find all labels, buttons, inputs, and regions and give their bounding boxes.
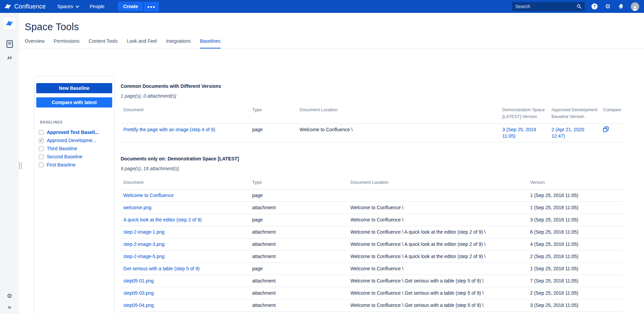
search-input[interactable] — [515, 4, 577, 9]
nav-item-spaces[interactable]: Spaces — [57, 4, 78, 9]
top-nav-bar: Confluence Spaces People Create ●●● ? ⚙ — [0, 0, 644, 13]
section-summary: 9 page(s), 16 attachment(s) — [121, 166, 644, 171]
baseline-checkbox[interactable] — [39, 162, 44, 168]
baseline-label[interactable]: Second Baseline — [47, 154, 82, 159]
compare-copy-icon[interactable] — [603, 126, 609, 134]
document-link[interactable]: A quick look at the editor (step 2 of 9) — [123, 217, 202, 222]
version-cell: 2 (Sep 25, 2018 11:05) — [527, 287, 624, 299]
settings-icon[interactable]: ⚙ — [604, 3, 611, 10]
baseline-item[interactable]: Approved Test Baseli... — [39, 128, 112, 136]
help-icon[interactable]: ? — [591, 3, 598, 10]
location-cell: Welcome to Confluence \ — [348, 214, 527, 226]
baseline-label[interactable]: Approved Test Baseli... — [47, 130, 99, 135]
table-row: Welcome to Confluence page 1 (Sep 25, 20… — [121, 190, 624, 202]
version-cell: 1 (Sep 25, 2018 11:05) — [527, 190, 624, 202]
column-header-location: Document Location — [297, 104, 500, 124]
version-cell: 6 (Sep 25, 2018 11:05) — [527, 226, 624, 238]
location-cell: Welcome to Confluence \ Get serious with… — [348, 275, 527, 287]
document-link[interactable]: step05-04.png — [123, 302, 154, 308]
column-header-location: Document Location — [348, 177, 527, 190]
tab[interactable]: Overview — [25, 38, 44, 48]
baseline-item[interactable]: Second Baseline — [39, 153, 112, 161]
document-link[interactable]: Get serious with a table (step 5 of 9) — [123, 266, 200, 271]
tab[interactable]: Integrations — [166, 38, 191, 48]
documents-only-table: Document Type Document Location Version … — [121, 177, 624, 312]
expand-sidebar-icon[interactable]: » — [8, 304, 11, 311]
tab[interactable]: Permissions — [54, 38, 79, 48]
table-row: A quick look at the editor (step 2 of 9)… — [121, 214, 624, 226]
search-icon[interactable] — [577, 4, 582, 9]
space-settings-icon[interactable]: ⚙ — [7, 292, 12, 300]
version-cell: 1 (Sep 25, 2018 11:05) — [527, 263, 624, 275]
table-header-row: Document Type Document Location Version — [121, 177, 624, 190]
sidebar-resize-grip[interactable] — [19, 162, 22, 169]
person-icon — [632, 6, 638, 11]
document-link[interactable]: step05-03.png — [123, 290, 154, 296]
version-cell: 7 (Sep 25, 2018 11:05) — [527, 275, 624, 287]
people-label: People — [90, 4, 105, 9]
page-title: Space Tools — [19, 13, 644, 33]
table-row: Get serious with a table (step 5 of 9) p… — [121, 263, 624, 275]
type-cell: attachment — [249, 275, 348, 287]
baseline-checkbox[interactable] — [39, 130, 44, 135]
latest-version-link[interactable]: 3 (Sep 25, 2018 11:05) — [502, 127, 536, 139]
confluence-home-link[interactable]: Confluence — [4, 3, 46, 10]
location-cell: Welcome to Confluence \ Get serious with… — [348, 299, 527, 312]
location-cell: Welcome to Confluence \ Get serious with… — [348, 287, 527, 299]
baseline-label[interactable]: Third Baseline — [47, 146, 77, 151]
baseline-label[interactable]: First Baseline — [47, 162, 76, 168]
baseline-item[interactable]: First Baseline — [39, 161, 112, 169]
column-header-version: Version — [527, 177, 624, 190]
quotes-icon[interactable]: ” — [6, 58, 12, 65]
location-cell — [348, 190, 527, 202]
baseline-checkbox[interactable] — [39, 146, 44, 151]
baselines-main: Common Documents with Different Versions… — [121, 48, 644, 312]
user-avatar[interactable] — [631, 2, 639, 11]
baseline-version-link[interactable]: 2 (Apr 21, 2020 12:47) — [551, 127, 584, 139]
tab[interactable]: Baselines — [200, 38, 221, 48]
document-link[interactable]: step05-01.png — [123, 278, 154, 283]
baseline-checkbox[interactable] — [39, 154, 44, 159]
tab[interactable]: Look and Feel — [127, 38, 157, 48]
document-link[interactable]: step-2-image-1.png — [123, 229, 164, 235]
column-header-document: Document — [121, 104, 249, 124]
nav-item-people[interactable]: People — [90, 4, 105, 9]
compare-with-latest-button[interactable]: Compare with latest — [36, 97, 112, 107]
document-link[interactable]: Welcome to Confluence — [123, 193, 174, 198]
type-cell: page — [249, 263, 348, 275]
baseline-item[interactable]: Third Baseline — [39, 144, 112, 153]
type-cell: page — [249, 124, 297, 142]
create-button[interactable]: Create — [118, 2, 143, 11]
space-logo-tile[interactable] — [3, 17, 16, 30]
search-box[interactable] — [512, 2, 585, 11]
location-cell: Welcome to Confluence \ — [348, 263, 527, 275]
baseline-label[interactable]: Approved Developme... — [47, 138, 96, 143]
document-link[interactable]: step-2-image-5.png — [123, 254, 164, 259]
confluence-space-icon — [5, 19, 14, 27]
table-row: step-2-image-1.png attachment Welcome to… — [121, 226, 624, 238]
notifications-bell-icon[interactable] — [618, 3, 624, 10]
column-header-type: Type — [249, 104, 297, 124]
new-baseline-button[interactable]: New Baseline — [36, 83, 112, 93]
document-link[interactable]: step-2-image-3.png — [123, 241, 164, 247]
pages-icon[interactable] — [6, 40, 13, 49]
section-title: Documents only on: Demonstration Space [… — [121, 156, 644, 161]
table-row: welcome.png attachment Welcome to Conflu… — [121, 202, 624, 214]
more-button[interactable]: ●●● — [144, 2, 159, 12]
baseline-checkbox[interactable] — [39, 138, 44, 143]
version-cell: 3 (Sep 25, 2018 11:05) — [527, 214, 624, 226]
spaces-label: Spaces — [57, 4, 73, 9]
document-link[interactable]: Prettify the page with an image (step 4 … — [123, 127, 215, 132]
column-header-compare: Compare — [600, 104, 624, 124]
table-row: step05-03.png attachment Welcome to Conf… — [121, 287, 624, 299]
type-cell: attachment — [249, 226, 348, 238]
location-cell: Welcome to Confluence \ A quick look at … — [348, 226, 527, 238]
baseline-item[interactable]: Approved Developme... — [39, 136, 112, 144]
table-row: Prettify the page with an image (step 4 … — [121, 124, 624, 142]
chevron-down-icon — [76, 4, 79, 8]
document-link[interactable]: welcome.png — [123, 205, 152, 210]
location-cell: Welcome to Confluence \ — [348, 202, 527, 214]
tab[interactable]: Content Tools — [89, 38, 118, 48]
baselines-list: Approved Test Baseli... Approved Develop… — [39, 128, 112, 169]
confluence-logo-icon — [4, 3, 12, 10]
